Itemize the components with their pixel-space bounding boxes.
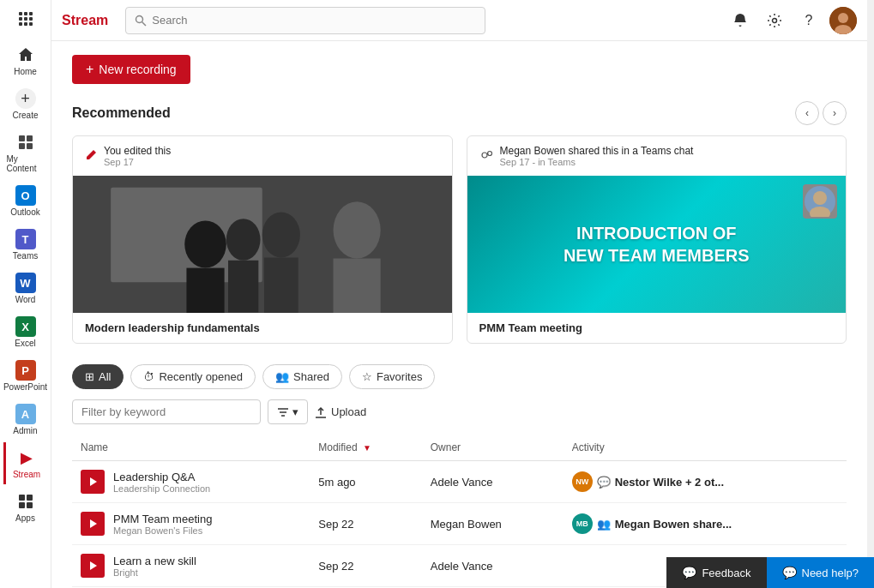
svg-rect-26: [186, 268, 224, 313]
nav-prev-button[interactable]: ‹: [795, 101, 819, 125]
upload-button[interactable]: Upload: [315, 405, 366, 418]
tab-all[interactable]: ⊞ All: [72, 364, 124, 389]
avatar[interactable]: [829, 7, 857, 34]
tab-shared[interactable]: 👥 Shared: [262, 364, 342, 389]
outlook-icon: O: [15, 185, 36, 206]
search-input[interactable]: [152, 14, 476, 27]
sort-filter-button[interactable]: ▾: [268, 399, 308, 424]
activity-cell-1: NW 💬 Nestor Wilke + 2 ot...: [572, 471, 838, 492]
sidebar-item-apps-grid[interactable]: [3, 3, 48, 34]
svg-rect-13: [19, 495, 25, 501]
upload-icon: [315, 406, 327, 418]
svg-rect-30: [264, 257, 298, 313]
stream-icon: ▶: [16, 447, 37, 468]
play-icon-3: [90, 561, 97, 570]
sidebar-item-outlook[interactable]: O Outlook: [3, 180, 48, 222]
admin-icon: A: [15, 404, 36, 424]
powerpoint-icon: P: [15, 360, 36, 381]
nav-next-button[interactable]: ›: [823, 101, 847, 125]
table-row[interactable]: Leadership Q&A Leadership Connection 5m …: [72, 461, 847, 503]
cell-modified-1: 5m ago: [310, 461, 422, 503]
sidebar-item-create[interactable]: + Create: [3, 83, 48, 125]
rec-card-pmm[interactable]: Megan Bowen shared this in a Teams chat …: [467, 135, 847, 344]
sidebar-item-teams[interactable]: T Teams: [3, 224, 48, 266]
tab-all-label: All: [99, 370, 111, 383]
sidebar-item-powerpoint[interactable]: P PowerPoint: [3, 355, 48, 397]
table-header: Name Modified ▼ Owner Activity: [72, 435, 847, 461]
settings-icon[interactable]: [761, 7, 788, 34]
sidebar-item-admin[interactable]: A Admin: [3, 399, 48, 441]
svg-point-25: [184, 220, 226, 267]
cell-activity-2: MB 👥 Megan Bowen share...: [564, 503, 847, 545]
rec-card-header-sub-2: Sep 17 - in Teams: [500, 157, 694, 167]
activity-avatar-1: NW: [572, 471, 593, 492]
tabs-row: ⊞ All ⏱ Recently opened 👥 Shared ☆ Favor…: [72, 364, 847, 389]
sidebar-item-my-content[interactable]: My Content: [3, 127, 48, 178]
tab-all-icon: ⊞: [85, 370, 94, 383]
help-icon[interactable]: ?: [795, 7, 823, 34]
feedback-button[interactable]: 💬 Feedback: [666, 557, 766, 588]
file-icon-1: [81, 470, 105, 494]
my-content-icon: [15, 132, 36, 153]
rec-card-thumb-1: [73, 176, 452, 313]
sidebar-label-outlook: Outlook: [10, 207, 39, 217]
rec-card-pmm-header: Megan Bowen shared this in a Teams chat …: [467, 136, 847, 176]
sidebar-label-teams: Teams: [13, 251, 38, 261]
apps-grid-icon: [15, 9, 36, 29]
tab-favorites-icon: ☆: [362, 370, 372, 383]
sidebar-label-powerpoint: PowerPoint: [3, 382, 47, 392]
svg-rect-10: [27, 135, 33, 141]
col-modified-label: Modified: [318, 441, 357, 453]
tab-recently-opened[interactable]: ⏱ Recently opened: [130, 364, 256, 389]
tab-recent-icon: ⏱: [143, 370, 154, 383]
sidebar-item-word[interactable]: W Word: [3, 267, 48, 309]
file-name-cell-1: Leadership Q&A Leadership Connection: [81, 470, 301, 494]
filter-keyword-input[interactable]: [72, 399, 261, 424]
upload-label: Upload: [331, 405, 366, 418]
svg-point-27: [226, 219, 261, 261]
svg-point-37: [813, 191, 827, 205]
sidebar-item-excel[interactable]: X Excel: [3, 311, 48, 353]
search-bar[interactable]: [125, 7, 485, 34]
need-help-button[interactable]: 💬 Need help?: [767, 557, 875, 588]
sidebar-label-create: Create: [12, 111, 38, 120]
file-icon-2: [81, 512, 105, 536]
sidebar-item-home[interactable]: Home: [3, 39, 48, 81]
sidebar-label-stream: Stream: [13, 470, 40, 479]
svg-point-21: [838, 13, 848, 23]
svg-point-17: [136, 15, 143, 22]
scrollbar[interactable]: [867, 0, 874, 588]
activity-chat-icon: 💬: [597, 476, 611, 489]
svg-rect-0: [19, 12, 22, 15]
new-recording-plus-icon: +: [86, 62, 93, 77]
rec-card-leadership[interactable]: You edited this Sep 17: [72, 135, 453, 344]
svg-rect-16: [27, 502, 33, 508]
svg-rect-32: [334, 259, 381, 313]
meeting-thumb-text: INTRODUCTION OFNEW TEAM MEMBERS: [564, 222, 750, 267]
cell-modified-2: Sep 22: [310, 503, 422, 545]
svg-rect-1: [24, 12, 27, 15]
filter-row: ▾ Upload: [72, 399, 847, 424]
tab-shared-icon: 👥: [275, 370, 289, 383]
table-row[interactable]: PMM Team meeting Megan Bowen's Files Sep…: [72, 503, 847, 545]
svg-rect-12: [27, 143, 33, 149]
svg-line-35: [487, 153, 489, 154]
cell-name-2: PMM Team meeting Megan Bowen's Files: [72, 503, 310, 545]
notifications-icon[interactable]: [726, 7, 754, 34]
svg-point-31: [334, 201, 381, 258]
file-sub-text-3: Bright: [113, 567, 196, 578]
svg-point-29: [262, 212, 300, 257]
rec-card-leadership-header: You edited this Sep 17: [73, 136, 452, 176]
nav-arrows: ‹ ›: [795, 101, 847, 125]
cell-owner-3: Adele Vance: [422, 545, 564, 587]
cell-owner-2: Megan Bowen: [422, 503, 564, 545]
sidebar-item-stream[interactable]: ▶ Stream: [3, 442, 48, 484]
sidebar-item-apps[interactable]: Apps: [3, 486, 48, 528]
tab-favorites[interactable]: ☆ Favorites: [349, 364, 435, 389]
sidebar-label-apps: Apps: [15, 513, 35, 523]
svg-rect-5: [29, 17, 33, 21]
sidebar-label-excel: Excel: [15, 339, 35, 348]
new-recording-button[interactable]: + New recording: [72, 55, 190, 84]
col-name: Name: [72, 435, 310, 461]
sidebar-label-home: Home: [14, 67, 37, 76]
